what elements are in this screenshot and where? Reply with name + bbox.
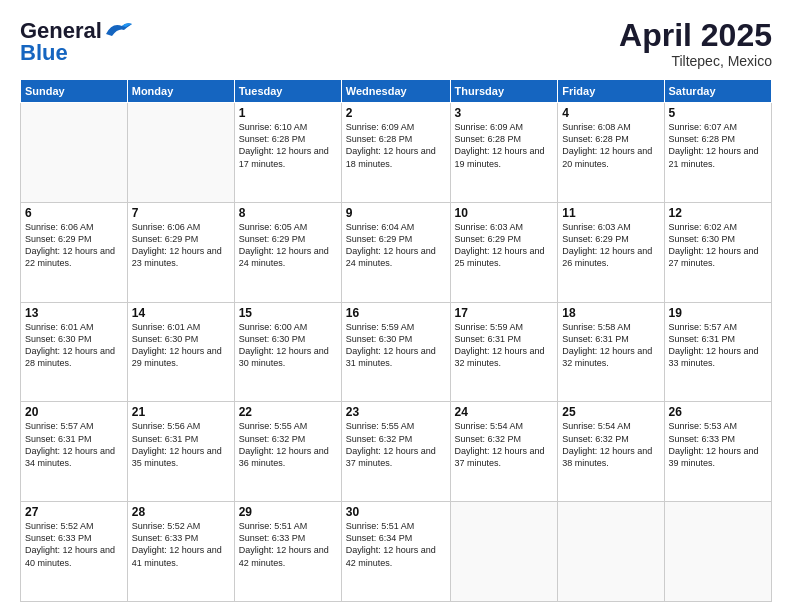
day-number: 5 <box>669 106 767 120</box>
day-info: Sunrise: 5:55 AMSunset: 6:32 PMDaylight:… <box>346 420 446 469</box>
day-info: Sunrise: 5:57 AMSunset: 6:31 PMDaylight:… <box>669 321 767 370</box>
day-number: 14 <box>132 306 230 320</box>
day-info: Sunrise: 5:51 AMSunset: 6:34 PMDaylight:… <box>346 520 446 569</box>
calendar-cell: 11Sunrise: 6:03 AMSunset: 6:29 PMDayligh… <box>558 202 664 302</box>
calendar-cell: 27Sunrise: 5:52 AMSunset: 6:33 PMDayligh… <box>21 502 128 602</box>
day-number: 29 <box>239 505 337 519</box>
day-number: 26 <box>669 405 767 419</box>
calendar-cell: 19Sunrise: 5:57 AMSunset: 6:31 PMDayligh… <box>664 302 771 402</box>
day-header-tuesday: Tuesday <box>234 80 341 103</box>
logo: General Blue <box>20 18 134 66</box>
day-info: Sunrise: 6:06 AMSunset: 6:29 PMDaylight:… <box>132 221 230 270</box>
calendar: SundayMondayTuesdayWednesdayThursdayFrid… <box>20 79 772 602</box>
day-info: Sunrise: 5:52 AMSunset: 6:33 PMDaylight:… <box>132 520 230 569</box>
day-number: 25 <box>562 405 659 419</box>
day-info: Sunrise: 5:53 AMSunset: 6:33 PMDaylight:… <box>669 420 767 469</box>
day-info: Sunrise: 5:59 AMSunset: 6:30 PMDaylight:… <box>346 321 446 370</box>
day-number: 22 <box>239 405 337 419</box>
day-number: 12 <box>669 206 767 220</box>
calendar-cell: 24Sunrise: 5:54 AMSunset: 6:32 PMDayligh… <box>450 402 558 502</box>
week-row-1: 1Sunrise: 6:10 AMSunset: 6:28 PMDaylight… <box>21 103 772 203</box>
day-number: 9 <box>346 206 446 220</box>
day-number: 8 <box>239 206 337 220</box>
day-number: 30 <box>346 505 446 519</box>
calendar-body: 1Sunrise: 6:10 AMSunset: 6:28 PMDaylight… <box>21 103 772 602</box>
day-info: Sunrise: 6:01 AMSunset: 6:30 PMDaylight:… <box>132 321 230 370</box>
day-info: Sunrise: 5:55 AMSunset: 6:32 PMDaylight:… <box>239 420 337 469</box>
day-number: 3 <box>455 106 554 120</box>
day-number: 27 <box>25 505 123 519</box>
day-info: Sunrise: 6:09 AMSunset: 6:28 PMDaylight:… <box>455 121 554 170</box>
calendar-cell: 10Sunrise: 6:03 AMSunset: 6:29 PMDayligh… <box>450 202 558 302</box>
calendar-cell: 23Sunrise: 5:55 AMSunset: 6:32 PMDayligh… <box>341 402 450 502</box>
week-row-5: 27Sunrise: 5:52 AMSunset: 6:33 PMDayligh… <box>21 502 772 602</box>
calendar-cell <box>21 103 128 203</box>
day-number: 20 <box>25 405 123 419</box>
day-number: 6 <box>25 206 123 220</box>
day-header-thursday: Thursday <box>450 80 558 103</box>
day-number: 13 <box>25 306 123 320</box>
location: Tiltepec, Mexico <box>619 53 772 69</box>
calendar-cell <box>450 502 558 602</box>
calendar-cell: 7Sunrise: 6:06 AMSunset: 6:29 PMDaylight… <box>127 202 234 302</box>
calendar-cell: 17Sunrise: 5:59 AMSunset: 6:31 PMDayligh… <box>450 302 558 402</box>
day-header-saturday: Saturday <box>664 80 771 103</box>
day-info: Sunrise: 6:03 AMSunset: 6:29 PMDaylight:… <box>562 221 659 270</box>
calendar-cell: 18Sunrise: 5:58 AMSunset: 6:31 PMDayligh… <box>558 302 664 402</box>
day-number: 1 <box>239 106 337 120</box>
day-number: 19 <box>669 306 767 320</box>
day-info: Sunrise: 6:10 AMSunset: 6:28 PMDaylight:… <box>239 121 337 170</box>
title-block: April 2025 Tiltepec, Mexico <box>619 18 772 69</box>
day-info: Sunrise: 6:06 AMSunset: 6:29 PMDaylight:… <box>25 221 123 270</box>
day-number: 11 <box>562 206 659 220</box>
day-number: 15 <box>239 306 337 320</box>
header: General Blue April 2025 Tiltepec, Mexico <box>20 18 772 69</box>
day-info: Sunrise: 6:03 AMSunset: 6:29 PMDaylight:… <box>455 221 554 270</box>
calendar-cell <box>558 502 664 602</box>
calendar-cell: 21Sunrise: 5:56 AMSunset: 6:31 PMDayligh… <box>127 402 234 502</box>
day-number: 4 <box>562 106 659 120</box>
day-info: Sunrise: 6:09 AMSunset: 6:28 PMDaylight:… <box>346 121 446 170</box>
week-row-2: 6Sunrise: 6:06 AMSunset: 6:29 PMDaylight… <box>21 202 772 302</box>
month-year: April 2025 <box>619 18 772 53</box>
calendar-cell <box>664 502 771 602</box>
day-number: 24 <box>455 405 554 419</box>
days-header-row: SundayMondayTuesdayWednesdayThursdayFrid… <box>21 80 772 103</box>
calendar-cell: 8Sunrise: 6:05 AMSunset: 6:29 PMDaylight… <box>234 202 341 302</box>
calendar-cell: 26Sunrise: 5:53 AMSunset: 6:33 PMDayligh… <box>664 402 771 502</box>
day-info: Sunrise: 6:04 AMSunset: 6:29 PMDaylight:… <box>346 221 446 270</box>
day-info: Sunrise: 6:05 AMSunset: 6:29 PMDaylight:… <box>239 221 337 270</box>
calendar-cell: 4Sunrise: 6:08 AMSunset: 6:28 PMDaylight… <box>558 103 664 203</box>
day-info: Sunrise: 5:54 AMSunset: 6:32 PMDaylight:… <box>562 420 659 469</box>
day-info: Sunrise: 6:08 AMSunset: 6:28 PMDaylight:… <box>562 121 659 170</box>
calendar-cell: 12Sunrise: 6:02 AMSunset: 6:30 PMDayligh… <box>664 202 771 302</box>
logo-bird-icon <box>104 20 134 42</box>
calendar-cell: 14Sunrise: 6:01 AMSunset: 6:30 PMDayligh… <box>127 302 234 402</box>
day-number: 7 <box>132 206 230 220</box>
calendar-cell: 6Sunrise: 6:06 AMSunset: 6:29 PMDaylight… <box>21 202 128 302</box>
calendar-cell: 22Sunrise: 5:55 AMSunset: 6:32 PMDayligh… <box>234 402 341 502</box>
logo-blue: Blue <box>20 40 68 66</box>
day-info: Sunrise: 5:54 AMSunset: 6:32 PMDaylight:… <box>455 420 554 469</box>
day-info: Sunrise: 5:56 AMSunset: 6:31 PMDaylight:… <box>132 420 230 469</box>
day-info: Sunrise: 5:52 AMSunset: 6:33 PMDaylight:… <box>25 520 123 569</box>
day-number: 18 <box>562 306 659 320</box>
day-info: Sunrise: 6:00 AMSunset: 6:30 PMDaylight:… <box>239 321 337 370</box>
calendar-cell: 30Sunrise: 5:51 AMSunset: 6:34 PMDayligh… <box>341 502 450 602</box>
day-info: Sunrise: 5:51 AMSunset: 6:33 PMDaylight:… <box>239 520 337 569</box>
day-number: 23 <box>346 405 446 419</box>
week-row-4: 20Sunrise: 5:57 AMSunset: 6:31 PMDayligh… <box>21 402 772 502</box>
day-info: Sunrise: 5:58 AMSunset: 6:31 PMDaylight:… <box>562 321 659 370</box>
calendar-cell: 15Sunrise: 6:00 AMSunset: 6:30 PMDayligh… <box>234 302 341 402</box>
calendar-cell: 20Sunrise: 5:57 AMSunset: 6:31 PMDayligh… <box>21 402 128 502</box>
calendar-header: SundayMondayTuesdayWednesdayThursdayFrid… <box>21 80 772 103</box>
calendar-cell: 29Sunrise: 5:51 AMSunset: 6:33 PMDayligh… <box>234 502 341 602</box>
day-header-sunday: Sunday <box>21 80 128 103</box>
day-header-wednesday: Wednesday <box>341 80 450 103</box>
day-header-monday: Monday <box>127 80 234 103</box>
calendar-cell: 28Sunrise: 5:52 AMSunset: 6:33 PMDayligh… <box>127 502 234 602</box>
day-info: Sunrise: 5:57 AMSunset: 6:31 PMDaylight:… <box>25 420 123 469</box>
calendar-cell: 3Sunrise: 6:09 AMSunset: 6:28 PMDaylight… <box>450 103 558 203</box>
day-header-friday: Friday <box>558 80 664 103</box>
day-info: Sunrise: 6:02 AMSunset: 6:30 PMDaylight:… <box>669 221 767 270</box>
